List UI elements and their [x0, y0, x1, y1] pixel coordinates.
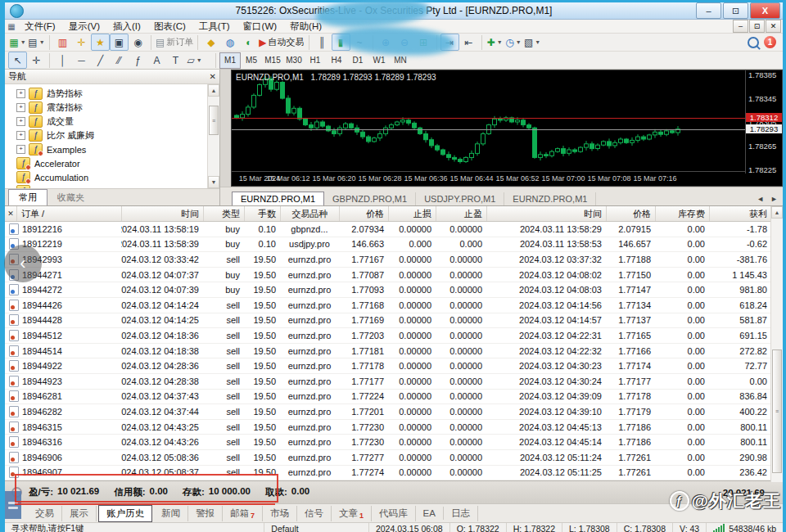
close-button[interactable]: X — [750, 2, 780, 19]
maximize-button[interactable]: ⊡ — [723, 2, 748, 19]
menu-item[interactable]: 窗口(W) — [237, 20, 284, 32]
autotrading-button[interactable]: ▶自动交易 — [258, 34, 305, 51]
order-row[interactable]: 18942993 2024.03.12 03:33:42 sell 19.50 … — [5, 252, 783, 268]
terminal-tab[interactable]: 文章1 — [332, 506, 372, 521]
navigator-tree-item[interactable]: + ƒ 成交量 — [5, 115, 207, 128]
chart-system-icon[interactable]: ▦ — [5, 22, 18, 31]
minimize-button[interactable]: – — [696, 2, 721, 19]
navigator-tab[interactable]: 收藏夹 — [47, 190, 94, 205]
timeframe-button[interactable]: H4 — [326, 52, 347, 69]
mdi-minimize-button[interactable]: – — [733, 20, 748, 33]
order-row[interactable]: 18946316 2024.03.12 04:43:26 sell 19.50 … — [5, 435, 783, 450]
terminal-tab[interactable]: 代码库 — [372, 506, 416, 521]
navigator-tab[interactable]: 常用 — [8, 189, 47, 205]
timeframe-button[interactable]: M1 — [219, 52, 241, 69]
cursor-tool-button[interactable]: ↖ — [8, 52, 27, 69]
vertical-line-tool-button[interactable]: │ — [53, 52, 72, 69]
chart-tab[interactable]: EURNZD.PRO,M1 — [504, 192, 596, 205]
crosshair-tool-button[interactable]: ✛ — [27, 52, 46, 69]
periods-button[interactable]: ◷▼ — [504, 34, 523, 51]
column-header-tp[interactable]: 止盈 — [436, 206, 487, 221]
metaeditor-button[interactable]: ◆ — [201, 34, 220, 51]
terminal-tab[interactable]: 展示 — [62, 506, 97, 521]
chart-tab[interactable]: USDJPY.PRO,M1 — [416, 192, 504, 205]
menu-item[interactable]: 显示(V) — [62, 20, 106, 32]
text-tool-button[interactable]: A — [147, 52, 166, 69]
column-header-swap[interactable]: 库存费 — [656, 206, 710, 221]
navigator-tree-item[interactable]: + ƒ 震荡指标 — [5, 101, 207, 115]
navigator-tree-item[interactable]: + ƒ Examples — [5, 142, 207, 156]
column-header-profit[interactable]: 获利 — [710, 206, 772, 221]
column-header-open-time[interactable]: 时间 — [122, 206, 204, 221]
terminal-tab[interactable]: 市场 — [263, 506, 297, 521]
terminal-tab[interactable]: 账户历史 — [98, 505, 152, 522]
status-profile[interactable]: Default — [264, 523, 369, 532]
horizontal-line-tool-button[interactable]: ─ — [72, 52, 91, 69]
column-header-lots[interactable]: 手数 — [245, 206, 281, 221]
timeframe-button[interactable]: M5 — [241, 52, 262, 69]
order-row[interactable]: 18944271 2024.03.12 04:07:37 buy 19.50 e… — [5, 268, 783, 283]
label-tool-button[interactable]: T — [166, 52, 185, 69]
column-header-close-time[interactable]: 时间 — [487, 206, 607, 221]
expand-icon[interactable]: + — [16, 89, 25, 98]
column-header-sl[interactable]: 止损 — [389, 206, 436, 221]
navigator-tree-item[interactable]: + ƒ 趋势指标 — [5, 87, 207, 101]
signals-globe-button[interactable]: ◐ — [239, 34, 258, 51]
chart-tab[interactable]: GBPNZD.PRO,M1 — [324, 192, 416, 205]
order-row[interactable]: 18912219 2024.03.11 13:58:39 buy 0.10 us… — [5, 237, 783, 253]
market-watch-button[interactable]: ▥ — [53, 34, 72, 51]
timeframe-button[interactable]: M15 — [262, 52, 283, 69]
terminal-close-icon[interactable]: ✕ — [5, 206, 17, 221]
timeframe-button[interactable]: D1 — [347, 52, 368, 69]
tab-scroll-left-icon[interactable]: ◄ — [757, 195, 764, 203]
order-row[interactable]: 18946282 2024.03.12 04:37:44 sell 19.50 … — [5, 404, 783, 420]
indicators-button[interactable]: ✚▼ — [486, 34, 504, 51]
scroll-down-icon[interactable]: ▼ — [208, 176, 219, 188]
order-row[interactable]: 18946906 2024.03.12 05:08:36 sell 19.50 … — [5, 450, 783, 466]
orders-scrollbar[interactable]: ▲ ≡ — [770, 206, 783, 482]
trendline-tool-button[interactable]: ╱ — [91, 52, 110, 69]
expand-icon[interactable]: + — [16, 117, 25, 126]
data-window-button[interactable]: ✛ — [72, 34, 91, 51]
menu-item[interactable]: 文件(F) — [18, 20, 62, 32]
terminal-button[interactable]: ▣ — [110, 34, 129, 51]
order-row[interactable]: 18944514 2024.03.12 04:18:38 sell 19.50 … — [5, 344, 783, 359]
timeframe-button[interactable]: M30 — [283, 52, 305, 69]
mdi-restore-button[interactable]: ⊡ — [749, 20, 765, 33]
navigator-tree-item[interactable]: + ƒ Accumulation — [5, 170, 207, 184]
navigator-tree-item[interactable]: + ƒ 比尔 威廉姆 — [5, 128, 207, 142]
new-order-button[interactable]: ▤新订单 — [155, 34, 194, 51]
chart-plot[interactable] — [232, 70, 746, 174]
order-row[interactable]: 18944923 2024.03.12 04:28:38 sell 19.50 … — [5, 374, 783, 390]
order-row[interactable]: 18944272 2024.03.12 04:07:39 buy 19.50 e… — [5, 282, 783, 298]
terminal-tab[interactable]: 日志 — [444, 506, 478, 521]
order-row[interactable]: 18944428 2024.03.12 04:14:25 sell 19.50 … — [5, 313, 783, 329]
column-header-close-price[interactable]: 价格 — [607, 206, 656, 221]
scroll-up-icon[interactable]: ▲ — [208, 84, 219, 97]
column-header-order[interactable]: 订单 / — [17, 206, 122, 221]
orders-scroll-up-icon[interactable]: ▲ — [771, 206, 783, 219]
column-header-symbol[interactable]: 交易品种 — [281, 206, 340, 221]
navigator-scrollbar[interactable]: ▲ ≡ ▼ — [207, 84, 219, 188]
column-header-price[interactable]: 价格 — [340, 206, 389, 221]
auto-scroll-button[interactable]: ⇤ — [459, 34, 478, 51]
expand-icon[interactable]: + — [16, 103, 25, 112]
terminal-tab[interactable]: 警报 — [188, 506, 223, 521]
scrollbar-thumb[interactable]: ≡ — [209, 106, 219, 135]
chart-tab[interactable]: EURNZD.PRO,M1 — [232, 192, 324, 205]
shapes-tool-button[interactable]: ▱▼ — [185, 52, 204, 69]
menu-item[interactable]: 图表(C) — [147, 20, 192, 32]
order-row[interactable]: 18944922 2024.03.12 04:28:36 sell 19.50 … — [5, 358, 783, 374]
channel-tool-button[interactable]: ⁄⁄ — [110, 52, 129, 69]
column-header-type[interactable]: 类型 — [204, 206, 245, 221]
bar-chart-button[interactable]: ║ — [313, 34, 332, 51]
menu-item[interactable]: 工具(T) — [192, 20, 237, 32]
terminal-tab[interactable]: 交易 — [28, 506, 62, 521]
order-row[interactable]: 18946281 2024.03.12 04:37:43 sell 19.50 … — [5, 390, 783, 405]
menu-item[interactable]: 插入(I) — [106, 20, 147, 32]
navigator-tree-item[interactable]: + ƒ Alligator — [5, 184, 207, 188]
terminal-tab[interactable]: 邮箱7 — [223, 506, 263, 521]
terminal-tab[interactable]: EA — [416, 507, 444, 520]
order-row[interactable]: 18944426 2024.03.12 04:14:24 sell 19.50 … — [5, 298, 783, 313]
templates-button[interactable]: ▧▼ — [523, 34, 542, 51]
